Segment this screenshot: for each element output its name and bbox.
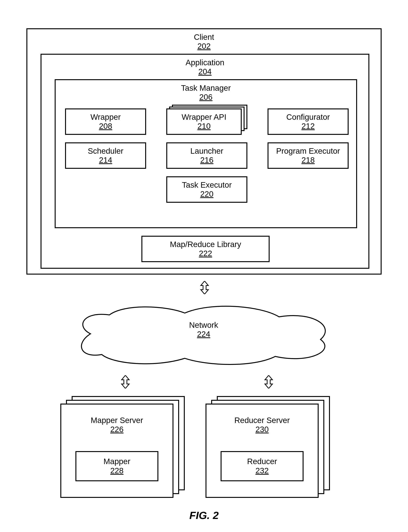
mapper-server-title: Mapper Server bbox=[91, 416, 143, 425]
reducer-server-title: Reducer Server bbox=[234, 416, 290, 425]
configurator-box: Configurator 212 bbox=[268, 108, 348, 135]
client-box: Client 202 Application 204 Task Manager … bbox=[26, 28, 382, 275]
tm-row-2: Scheduler 214 Launcher 216 Program Execu… bbox=[65, 142, 348, 169]
wrapper-api-box: Wrapper API 210 bbox=[166, 108, 242, 135]
scheduler-title: Scheduler bbox=[88, 146, 123, 155]
task-executor-box: Task Executor 220 bbox=[166, 176, 247, 203]
mapper-server-num: 226 bbox=[110, 425, 124, 434]
network-reducer-arrow-icon bbox=[264, 375, 273, 389]
program-executor-box: Program Executor 218 bbox=[268, 142, 348, 169]
application-num: 204 bbox=[42, 67, 368, 76]
map-reduce-library-box: Map/Reduce Library 222 bbox=[141, 236, 270, 262]
diagram-canvas: Client 202 Application 204 Task Manager … bbox=[26, 28, 382, 275]
reducer-num: 232 bbox=[255, 466, 269, 475]
launcher-box: Launcher 216 bbox=[166, 142, 247, 169]
application-title: Application bbox=[42, 58, 368, 67]
tm-row-1: Wrapper 208 Wrapper API 210 bbox=[65, 108, 348, 135]
program-executor-title: Program Executor bbox=[276, 146, 340, 155]
mapper-num: 228 bbox=[110, 466, 124, 475]
figure-caption: FIG. 2 bbox=[0, 509, 408, 522]
reducer-server-num: 230 bbox=[255, 425, 269, 434]
wrapper-title: Wrapper bbox=[91, 112, 121, 122]
svg-marker-1 bbox=[122, 375, 129, 388]
wrapper-box: Wrapper 208 bbox=[65, 108, 146, 135]
configurator-num: 212 bbox=[301, 122, 315, 131]
reducer-title: Reducer bbox=[247, 457, 277, 466]
network-num: 224 bbox=[68, 330, 339, 339]
wrapper-api-stack: Wrapper API 210 bbox=[166, 108, 247, 135]
network-title: Network bbox=[68, 321, 339, 330]
task-executor-num: 220 bbox=[200, 189, 213, 198]
task-manager-header: Task Manager 206 bbox=[56, 82, 356, 103]
reducer-server-box: Reducer Server 230 Reducer 232 bbox=[205, 403, 319, 498]
mapper-title: Mapper bbox=[103, 457, 130, 466]
launcher-num: 216 bbox=[200, 155, 213, 165]
svg-marker-0 bbox=[201, 281, 208, 294]
reducer-box: Reducer 232 bbox=[221, 451, 304, 481]
wrapper-num: 208 bbox=[99, 122, 112, 131]
configurator-title: Configurator bbox=[286, 112, 330, 122]
scheduler-num: 214 bbox=[99, 155, 112, 165]
client-network-arrow-icon bbox=[200, 281, 209, 295]
tm-row-3: Task Executor 220 bbox=[65, 176, 348, 203]
task-executor-title: Task Executor bbox=[182, 180, 232, 189]
wrapper-api-num: 210 bbox=[197, 122, 211, 131]
map-reduce-library-num: 222 bbox=[199, 249, 212, 258]
network-label: Network 224 bbox=[68, 321, 339, 339]
application-header: Application 204 bbox=[42, 56, 368, 77]
client-title: Client bbox=[27, 33, 381, 42]
map-reduce-library-title: Map/Reduce Library bbox=[170, 240, 241, 249]
mapper-server-stack: Mapper Server 226 Mapper 228 bbox=[60, 396, 188, 498]
application-box: Application 204 Task Manager 206 Wrapper… bbox=[41, 54, 369, 269]
client-header: Client 202 bbox=[27, 31, 381, 52]
task-manager-grid: Wrapper 208 Wrapper API 210 bbox=[65, 108, 348, 210]
svg-marker-2 bbox=[265, 375, 272, 388]
wrapper-api-title: Wrapper API bbox=[182, 112, 226, 122]
network-cloud: Network 224 bbox=[68, 300, 339, 368]
task-manager-num: 206 bbox=[56, 93, 356, 102]
task-manager-title: Task Manager bbox=[56, 84, 356, 93]
task-manager-box: Task Manager 206 Wrapper 208 bbox=[55, 79, 357, 228]
reducer-server-stack: Reducer Server 230 Reducer 232 bbox=[205, 396, 334, 498]
program-executor-num: 218 bbox=[301, 155, 315, 165]
mapper-box: Mapper 228 bbox=[76, 451, 158, 481]
client-num: 202 bbox=[27, 42, 381, 51]
network-mapper-arrow-icon bbox=[121, 375, 130, 389]
launcher-title: Launcher bbox=[190, 146, 223, 155]
scheduler-box: Scheduler 214 bbox=[65, 142, 146, 169]
mapper-server-box: Mapper Server 226 Mapper 228 bbox=[60, 403, 173, 498]
